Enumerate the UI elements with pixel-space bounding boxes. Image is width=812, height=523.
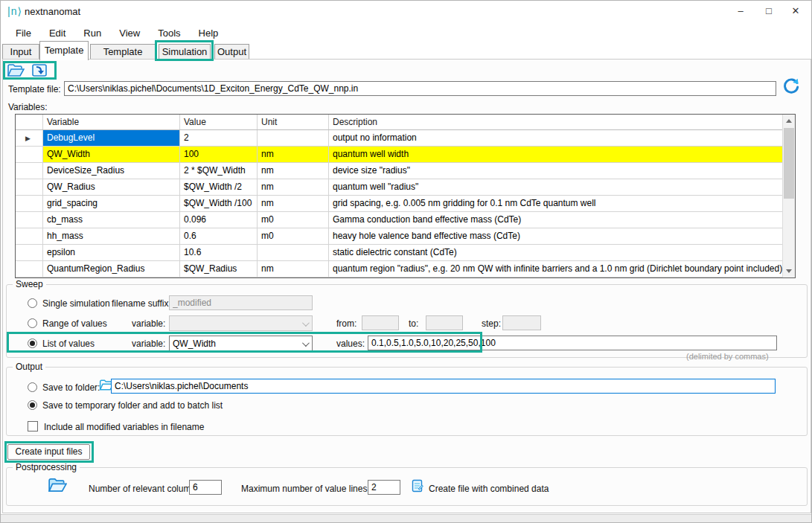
- cell-unit[interactable]: [258, 130, 329, 146]
- to-input[interactable]: [426, 315, 463, 330]
- cell-description[interactable]: quantum well "radius": [329, 179, 782, 195]
- cell-variable[interactable]: epsilon: [43, 245, 180, 260]
- scrollbar-thumb[interactable]: [784, 128, 794, 199]
- maximize-button[interactable]: □: [756, 1, 781, 22]
- cell-variable[interactable]: hh_mass: [43, 228, 180, 244]
- list-variable-dropdown[interactable]: QW_Width: [169, 336, 313, 351]
- cell-value[interactable]: 2 * $QW_Width: [180, 163, 258, 179]
- close-button[interactable]: ✕: [783, 1, 808, 22]
- output-folder-input[interactable]: [111, 379, 776, 394]
- values-hint: (delimited by commas): [686, 352, 769, 361]
- postprocessing-group-title: Postprocessing: [13, 462, 80, 472]
- menu-edit[interactable]: Edit: [40, 26, 74, 40]
- cell-value[interactable]: 2: [180, 130, 258, 146]
- tab-simulation[interactable]: Simulation: [159, 44, 211, 60]
- step-input[interactable]: [502, 315, 541, 330]
- cell-unit[interactable]: m0: [258, 212, 329, 228]
- row-indicator-header: [16, 115, 43, 129]
- col-header-variable[interactable]: Variable: [43, 115, 180, 129]
- list-of-values-radio[interactable]: [28, 338, 37, 348]
- cell-unit[interactable]: nm: [258, 179, 329, 195]
- combined-data-file-icon[interactable]: [412, 479, 423, 492]
- save-temp-radio[interactable]: [28, 400, 37, 410]
- filename-suffix-input[interactable]: [169, 295, 313, 310]
- cell-unit[interactable]: nm: [258, 261, 329, 277]
- range-variable-dropdown[interactable]: [169, 315, 313, 331]
- output-groupbox: Output Save to folder: Save to temporary…: [6, 367, 808, 436]
- include-variables-checkbox[interactable]: [28, 421, 38, 431]
- cell-variable[interactable]: QuantumRegion_Radius: [43, 261, 180, 277]
- table-row[interactable]: grid_spacing $QW_Width /100 nm grid spac…: [16, 196, 782, 212]
- menu-run[interactable]: Run: [74, 26, 110, 40]
- save-to-folder-radio[interactable]: [28, 382, 37, 392]
- table-row[interactable]: QuantumRegion_Radius $QW_Radius nm quant…: [16, 261, 782, 277]
- cell-description[interactable]: device size "radius": [329, 163, 782, 179]
- cell-unit[interactable]: m0: [258, 228, 329, 244]
- menu-file[interactable]: File: [7, 26, 40, 40]
- cell-value[interactable]: 0.096: [180, 212, 258, 228]
- cell-value[interactable]: 10.6: [180, 245, 258, 260]
- range-of-values-radio[interactable]: [28, 318, 37, 328]
- values-input[interactable]: [368, 336, 777, 350]
- cell-value[interactable]: $QW_Radius: [180, 261, 258, 277]
- cell-unit[interactable]: nm: [258, 196, 329, 211]
- cell-value[interactable]: 0.6: [180, 228, 258, 244]
- template-file-input[interactable]: [64, 81, 776, 96]
- cell-value[interactable]: $QW_Width /2: [180, 179, 258, 195]
- cell-variable[interactable]: QW_Radius: [43, 179, 180, 195]
- menu-view[interactable]: View: [110, 26, 149, 40]
- menu-help[interactable]: Help: [190, 26, 228, 40]
- status-strip: [1, 514, 811, 523]
- combined-data-label: Create file with combined data: [429, 484, 549, 494]
- table-row[interactable]: cb_mass 0.096 m0 Gamma conduction band e…: [16, 212, 782, 228]
- relevant-column-input[interactable]: [189, 480, 222, 495]
- tab-output[interactable]: Output: [214, 44, 249, 60]
- cell-variable[interactable]: grid_spacing: [43, 196, 180, 211]
- table-scrollbar[interactable]: [782, 115, 795, 277]
- from-input[interactable]: [362, 315, 399, 330]
- create-input-files-button[interactable]: Create input files: [7, 444, 90, 460]
- col-header-description[interactable]: Description: [329, 115, 782, 129]
- variables-label: Variables:: [8, 102, 47, 112]
- cell-description[interactable]: output no information: [329, 130, 782, 146]
- cell-description[interactable]: grid spacing, e.g. 0.005 nm gridding for…: [329, 196, 782, 211]
- cell-description[interactable]: static dielectric constant (CdTe): [329, 245, 782, 260]
- template-file-label: Template file:: [8, 84, 61, 94]
- refresh-icon[interactable]: [783, 78, 799, 94]
- table-row[interactable]: DeviceSize_Radius 2 * $QW_Width nm devic…: [16, 163, 782, 179]
- scroll-up-icon[interactable]: [783, 115, 795, 127]
- table-row[interactable]: hh_mass 0.6 m0 heavy hole valence band e…: [16, 228, 782, 245]
- open-template-icon[interactable]: [7, 63, 25, 77]
- menu-tools[interactable]: Tools: [149, 26, 189, 40]
- cell-description[interactable]: Gamma conduction band effective mass (Cd…: [329, 212, 782, 228]
- tab-template-beta[interactable]: Template (Beta): [90, 44, 156, 60]
- col-header-value[interactable]: Value: [180, 115, 258, 129]
- col-header-unit[interactable]: Unit: [258, 115, 329, 129]
- sweep-group-title: Sweep: [13, 279, 46, 289]
- cell-variable[interactable]: DebugLevel: [43, 130, 180, 146]
- tab-input[interactable]: Input: [2, 44, 39, 60]
- import-template-icon[interactable]: [31, 63, 48, 77]
- cell-value[interactable]: 100: [180, 147, 258, 162]
- tab-template[interactable]: Template: [39, 41, 89, 60]
- table-row[interactable]: QW_Radius $QW_Width /2 nm quantum well "…: [16, 179, 782, 196]
- cell-unit[interactable]: nm: [258, 163, 329, 179]
- scroll-down-icon[interactable]: [783, 265, 795, 277]
- max-value-lines-input[interactable]: [368, 480, 400, 495]
- cell-value[interactable]: $QW_Width /100: [180, 196, 258, 211]
- range-variable-label: variable:: [132, 318, 165, 329]
- cell-description[interactable]: heavy hole valence band effective mass (…: [329, 228, 782, 244]
- cell-variable[interactable]: cb_mass: [43, 212, 180, 228]
- table-row[interactable]: epsilon 10.6 static dielectric constant …: [16, 245, 782, 261]
- cell-unit[interactable]: [258, 245, 329, 260]
- cell-description[interactable]: quantum well width: [329, 147, 782, 162]
- table-row[interactable]: ▶ DebugLevel 2 output no information: [16, 130, 782, 147]
- postprocessing-folder-icon[interactable]: [48, 477, 67, 493]
- cell-variable[interactable]: QW_Width: [43, 147, 180, 162]
- minimize-button[interactable]: –: [728, 1, 753, 22]
- cell-description[interactable]: quantum region "radius", e.g. 20 nm QW w…: [329, 261, 782, 277]
- cell-variable[interactable]: DeviceSize_Radius: [43, 163, 180, 179]
- table-row[interactable]: QW_Width 100 nm quantum well width: [16, 147, 782, 163]
- cell-unit[interactable]: nm: [258, 147, 329, 162]
- single-simulation-radio[interactable]: [28, 298, 37, 308]
